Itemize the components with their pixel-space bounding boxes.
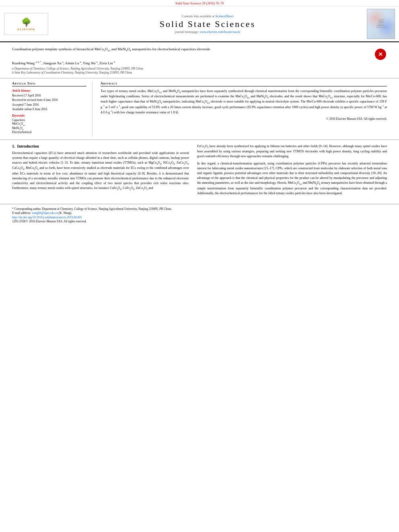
keyword-electrochemical: Electrochemical — [12, 130, 86, 134]
title-text: Coordination polymer template synthesis … — [12, 47, 371, 52]
issn-line: 1293-2558/© 2016 Elsevier Masson SAS. Al… — [12, 220, 387, 223]
keyword-capacitors: Capacitors — [12, 118, 86, 122]
homepage-link[interactable]: www.elsevier.com/locate/ssscie — [200, 30, 240, 34]
body-section: 1. Introduction Electrochemical capacito… — [0, 140, 399, 202]
authors-line: Kuaibing Wang a, b, *, Jiangyan Xu a, Ai… — [12, 61, 387, 65]
citation-text: Solid State Sciences 58 (2016) 70–79 — [175, 2, 224, 5]
article-title: Coordination polymer template synthesis … — [12, 47, 371, 52]
doi-line: http://dx.doi.org/10.1016/j.solidstatesc… — [12, 216, 387, 219]
article-history: Article history: Received 17 April 2016 … — [12, 89, 86, 111]
received-date: Received 17 April 2016 — [12, 93, 86, 98]
article-title-section: Coordination polymer template synthesis … — [0, 42, 399, 78]
journal-title: Solid State Sciences — [56, 19, 359, 29]
elsevier-logo-section: 🌳 ELSEVIER — [4, 13, 52, 35]
tree-icon: 🌳 — [21, 17, 31, 27]
keyword-mnni: MnNi6O8 — [12, 126, 86, 131]
crossmark-badge: ✕ — [375, 49, 387, 61]
article-info-header: Article Info — [12, 82, 86, 86]
intro-paragraph-2: FeCo2O4 have already been synthesized fo… — [197, 144, 387, 159]
footnote-section: * Corresponding author. Department of Ch… — [0, 204, 399, 225]
cover-label: SolidStateSciences — [376, 19, 385, 29]
homepage-line: journal homepage: www.elsevier.com/locat… — [56, 30, 359, 34]
email-link[interactable]: wangkb@njau.edu.cn — [32, 211, 58, 215]
citation-bar: Solid State Sciences 58 (2016) 70–79 — [0, 0, 399, 6]
journal-cover-image: SolidStateSciences — [367, 9, 395, 39]
contents-line: Contents lists available at ScienceDirec… — [56, 14, 359, 18]
doi-link[interactable]: http://dx.doi.org/10.1016/j.solidstatesc… — [12, 216, 82, 219]
elsevier-logo: 🌳 ELSEVIER — [4, 13, 48, 35]
keywords-block: Keywords: Capacitors MnCo2O4.5 MnNi6O8 E… — [12, 114, 86, 134]
intro-paragraph-3: In this regard, a chemical-transformatio… — [197, 161, 387, 195]
abstract-header: Abstract — [101, 82, 387, 86]
info-abstract-section: Article Info Article history: Received 1… — [0, 78, 399, 140]
crossmark-icon: ✕ — [375, 49, 386, 60]
abstract-column: Abstract Two types of ternary metal oxid… — [101, 82, 387, 136]
title-row: Coordination polymer template synthesis … — [12, 47, 387, 61]
keywords-label: Keywords: — [12, 114, 86, 117]
introduction-title: 1. Introduction — [12, 144, 189, 148]
header-center: Contents lists available at ScienceDirec… — [56, 14, 359, 34]
article-info-column: Article Info Article history: Received 1… — [12, 82, 93, 136]
email-label: E-mail address: — [12, 211, 31, 215]
elsevier-brand: ELSEVIER — [17, 28, 35, 31]
affiliation-b: b State Key Laboratory of Coordination C… — [12, 71, 387, 74]
accepted-date: Accepted 7 June 2016 — [12, 103, 86, 107]
revised-date: Received in revised form 4 June 2016 — [12, 98, 86, 102]
footnote-email-line: E-mail address: wangkb@njau.edu.cn (K. W… — [12, 211, 387, 215]
journal-header: 🌳 ELSEVIER Contents lists available at S… — [0, 6, 399, 42]
header-right: SolidStateSciences — [363, 9, 395, 39]
copyright-line: © 2016 Elsevier Masson SAS. All rights r… — [101, 117, 387, 121]
online-date: Available online 8 June 2016 — [12, 107, 86, 111]
intro-paragraph-1: Electrochemical capacitors (ECs) have at… — [12, 151, 189, 191]
body-right-column: FeCo2O4 have already been synthesized fo… — [197, 144, 387, 198]
body-left-column: 1. Introduction Electrochemical capacito… — [12, 144, 189, 198]
affiliation-a: a Department of Chemistry, College of Sc… — [12, 67, 387, 70]
email-name: (K. Wang). — [59, 211, 72, 215]
abstract-text: Two types of ternary metal oxides, MnCo2… — [101, 89, 387, 115]
footnote-star-text: * Corresponding author. Department of Ch… — [12, 207, 387, 211]
sciencedirect-link[interactable]: ScienceDirect — [216, 14, 234, 18]
keyword-mnco: MnCo2O4.5 — [12, 122, 86, 126]
history-label: Article history: — [12, 89, 86, 92]
